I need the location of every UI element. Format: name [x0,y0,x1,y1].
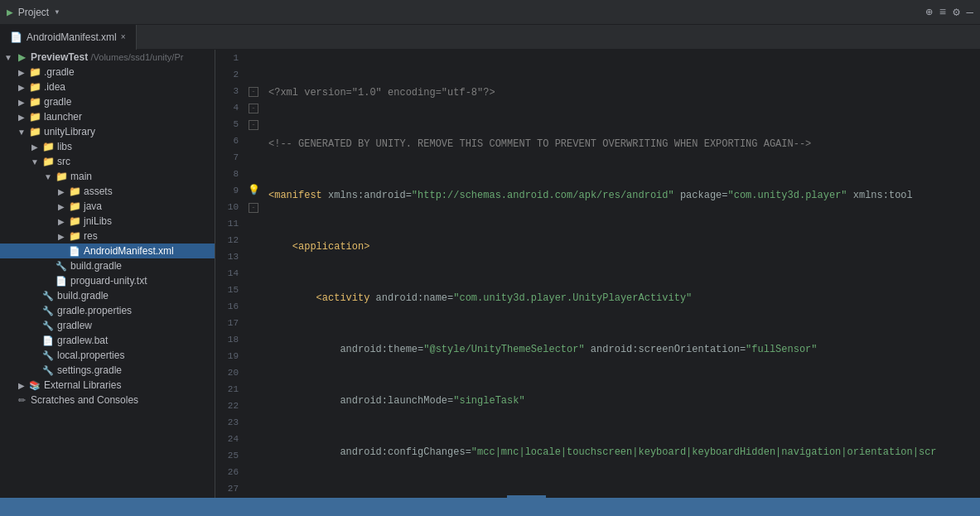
sidebar-item-androidmanifest[interactable]: 📄 AndroidManifest.xml [0,244,215,258]
sidebar-item-settings-gradle[interactable]: 🔧 settings.gradle [0,363,215,378]
arrow-libs: ▶ [28,142,41,152]
line-num-20: 20 [222,364,239,381]
label-local-properties: local.properties [57,350,211,361]
sidebar-item-local-properties[interactable]: 🔧 local.properties [0,348,215,363]
file-tab[interactable]: 📄 AndroidManifest.xml × [0,25,137,50]
sidebar-item-unitylibrary[interactable]: ▼ 📁 unityLibrary [0,124,215,139]
gutter-11 [245,215,262,232]
sidebar-item-proguard[interactable]: 📄 proguard-unity.txt [0,273,215,288]
sidebar-item-gradle[interactable]: ▶ 📁 gradle [0,94,215,109]
gutter-24 [245,431,262,447]
title-bar: ▶ Project ▾ ⊕ ≡ ⚙ — [0,0,980,25]
gutter-17 [245,315,262,331]
label-androidmanifest: AndroidManifest.xml [84,245,211,257]
sidebar-item-scratches[interactable]: ✏ Scratches and Consoles [0,393,215,407]
folder-icon-gradle-hidden: 📁 [28,66,41,78]
tab-bar: 📄 AndroidManifest.xml × [0,25,980,50]
code-line-2: <!-- GENERATED BY UNITY. REMOVE THIS COM… [268,136,973,152]
sidebar-item-libs[interactable]: ▶ 📁 libs [0,139,215,154]
sidebar-item-src[interactable]: ▼ 📁 src [0,154,215,169]
sidebar-item-gradlew-bat[interactable]: 📄 gradlew.bat [0,333,215,348]
tab-close-icon[interactable]: × [121,32,126,41]
sidebar-item-root[interactable]: ▼ ▶ PreviewTest /Volumes/ssd1/unity/Pr [0,50,215,65]
label-proguard: proguard-unity.txt [70,275,211,287]
gutter-4[interactable]: - [245,99,262,116]
file-icon-androidmanifest: 📄 [68,246,81,257]
sidebar-item-java[interactable]: ▶ 📁 java [0,199,215,214]
arrow-gradle: ▶ [15,98,28,107]
editor-area: 1 2 3 4 5 6 7 8 9 10 11 12 13 14 15 16 1… [215,50,980,498]
line-num-21: 21 [222,381,239,398]
tab-filename: AndroidManifest.xml [27,31,117,43]
add-icon[interactable]: ⊕ [925,5,932,19]
folder-icon-idea: 📁 [28,81,41,93]
gutter-2 [245,66,262,83]
title-bar-dropdown-icon[interactable]: ▾ [54,6,60,18]
title-bar-label: Project [18,7,49,18]
folder-icon-gradle: 📁 [28,96,41,108]
line-num-14: 14 [222,265,239,282]
sidebar-item-external-libraries[interactable]: ▶ 📚 External Libraries [0,378,215,393]
sidebar-item-idea[interactable]: ▶ 📁 .idea [0,80,215,94]
arrow-gradle-hidden: ▶ [15,68,28,77]
sidebar-item-gradle-properties[interactable]: 🔧 gradle.properties [0,303,215,318]
code-line-6: android:theme="@style/UnityThemeSelector… [268,341,973,358]
gutter-3[interactable]: - [245,83,262,99]
line-num-17: 17 [222,315,239,331]
arrow-src: ▼ [28,157,41,166]
code-line-1: <?xml version="1.0" encoding="utf-8"?> [268,84,973,101]
settings-icon[interactable]: ⚙ [953,5,959,19]
sidebar-item-main[interactable]: ▼ 📁 main [0,169,215,184]
arrow-external-libraries: ▶ [15,381,28,390]
file-tree: ▼ ▶ PreviewTest /Volumes/ssd1/unity/Pr ▶… [0,50,215,498]
sidebar-item-jnilibs[interactable]: ▶ 📁 jniLibs [0,214,215,229]
label-build-gradle-2: build.gradle [57,290,211,301]
sidebar-item-launcher[interactable]: ▶ 📁 launcher [0,109,215,124]
code-view[interactable]: 1 2 3 4 5 6 7 8 9 10 11 12 13 14 15 16 1… [215,50,980,498]
label-gradle-properties: gradle.properties [57,305,211,316]
file-icon-gradlew-bat: 📄 [41,335,55,346]
label-scratches: Scratches and Consoles [31,394,211,406]
gutter-25 [245,447,262,464]
arrow-unitylibrary: ▼ [15,128,28,137]
root-icon: ▶ [15,51,28,63]
file-icon-proguard: 📄 [55,276,68,287]
line-num-19: 19 [222,348,239,364]
line-num-4: 4 [222,99,239,116]
minimize-icon[interactable]: — [967,6,973,19]
gutter-5[interactable]: - [245,116,262,133]
gutter-10[interactable]: - [245,199,262,215]
sidebar-item-build-gradle-2[interactable]: 🔧 build.gradle [0,288,215,303]
title-bar-left: ▶ Project ▾ [7,6,60,19]
tab-file-icon: 📄 [10,31,22,43]
bottom-bar [0,498,980,516]
label-gradlew: gradlew [57,320,211,331]
sidebar-item-assets[interactable]: ▶ 📁 assets [0,184,215,199]
split-icon[interactable]: ≡ [939,6,946,19]
arrow-main: ▼ [41,172,55,181]
file-icon-gradle-properties: 🔧 [41,306,55,316]
gutter-9-bulb[interactable]: 💡 [245,182,262,199]
gutter-22 [245,398,262,414]
label-build-gradle-1: build.gradle [70,260,211,272]
file-icon-gradlew: 🔧 [41,321,55,331]
sidebar-item-build-gradle-1[interactable]: 🔧 build.gradle [0,258,215,273]
arrow-idea: ▶ [15,83,28,92]
line-num-6: 6 [222,133,239,149]
gutter-12 [245,232,262,248]
sidebar-item-res[interactable]: ▶ 📁 res [0,229,215,244]
folder-icon-launcher: 📁 [28,111,41,123]
sidebar-item-gradlew[interactable]: 🔧 gradlew [0,318,215,333]
line-numbers: 1 2 3 4 5 6 7 8 9 10 11 12 13 14 15 16 1… [215,50,245,498]
code-line-5: <activity android:name="com.unity3d.play… [268,290,973,306]
label-settings-gradle: settings.gradle [57,364,211,376]
gutter-14 [245,265,262,282]
code-content[interactable]: <?xml version="1.0" encoding="utf-8"?> <… [262,50,980,498]
folder-icon-src: 📁 [41,156,55,167]
sidebar-item-gradle-hidden[interactable]: ▶ 📁 .gradle [0,65,215,80]
title-bar-icons: ⊕ ≡ ⚙ — [925,5,973,19]
file-icon-settings-gradle: 🔧 [41,365,55,376]
code-line-7: android:launchMode="singleTask" [268,393,973,409]
line-num-26: 26 [222,464,239,480]
gutter-15 [245,282,262,298]
